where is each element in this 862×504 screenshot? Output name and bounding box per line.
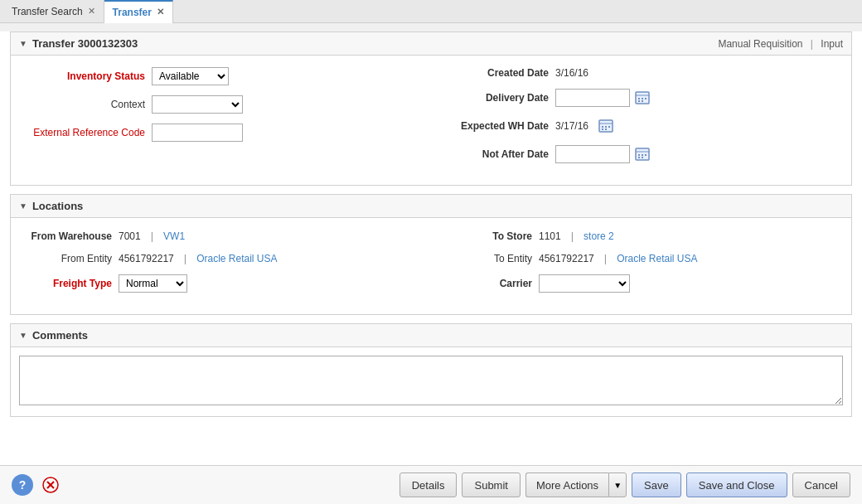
- to-entity-name[interactable]: Oracle Retail USA: [617, 253, 697, 264]
- expected-wh-cal-icon[interactable]: [597, 117, 615, 135]
- svg-rect-6: [642, 100, 643, 102]
- tab-transfer-search[interactable]: Transfer Search ✕: [3, 0, 104, 23]
- cancel-button[interactable]: Cancel: [792, 472, 850, 497]
- comments-body: [11, 347, 851, 416]
- expected-wh-text: 3/17/16: [555, 120, 588, 132]
- locations-collapse-triangle[interactable]: ▼: [19, 201, 27, 211]
- inventory-status-control: Available Unavailable: [152, 67, 229, 85]
- submit-button[interactable]: Submit: [462, 472, 520, 497]
- not-after-control: [555, 145, 651, 163]
- svg-rect-5: [638, 100, 640, 102]
- locations-title: Locations: [32, 200, 83, 212]
- context-control: [152, 95, 243, 114]
- delivery-date-cal-icon[interactable]: [633, 89, 651, 107]
- created-date-label: Created Date: [439, 67, 555, 79]
- context-row: Context: [19, 95, 423, 114]
- freight-type-control: Normal Express Overnight: [119, 274, 187, 293]
- tab-transfer-label: Transfer: [113, 7, 152, 18]
- to-store-value: 1101 | store 2: [539, 230, 614, 242]
- comments-collapse-triangle[interactable]: ▼: [19, 331, 27, 340]
- freight-type-label: Freight Type: [19, 278, 119, 289]
- save-close-button[interactable]: Save and Close: [686, 472, 787, 497]
- created-date-row: Created Date 3/16/16: [439, 67, 843, 79]
- carrier-label: Carrier: [439, 278, 539, 289]
- from-warehouse-label: From Warehouse: [19, 230, 119, 242]
- ext-ref-input[interactable]: [152, 124, 243, 142]
- from-warehouse-name[interactable]: VW1: [163, 230, 185, 242]
- locations-col-left: From Warehouse 7001 | VW1 From Entity 45…: [19, 230, 423, 303]
- expected-wh-label: Expected WH Date: [439, 120, 555, 132]
- svg-rect-20: [642, 157, 643, 158]
- svg-rect-11: [608, 126, 610, 128]
- comments-title: Comments: [32, 329, 88, 342]
- svg-rect-4: [645, 98, 646, 99]
- tab-transfer[interactable]: Transfer ✕: [104, 0, 173, 23]
- delivery-date-row: Delivery Date: [439, 89, 843, 107]
- save-button[interactable]: Save: [632, 472, 681, 497]
- input-label: Input: [821, 38, 843, 50]
- transfer-panel: ▼ Transfer 3000132303 Manual Requisition…: [10, 32, 852, 186]
- inventory-status-label: Inventory Status: [19, 70, 152, 82]
- transfer-header: ▼ Transfer 3000132303 Manual Requisition…: [11, 32, 851, 56]
- tab-transfer-search-label: Transfer Search: [12, 6, 83, 17]
- svg-rect-3: [642, 98, 643, 99]
- form-col-right: Created Date 3/16/16 Delivery Date: [439, 67, 843, 173]
- comments-textarea[interactable]: [19, 356, 843, 405]
- ext-ref-row: External Reference Code: [19, 124, 423, 142]
- collapse-triangle[interactable]: ▼: [19, 39, 27, 48]
- details-button[interactable]: Details: [400, 472, 458, 497]
- inventory-status-row: Inventory Status Available Unavailable: [19, 67, 423, 85]
- not-after-cal-icon[interactable]: [633, 145, 651, 163]
- locations-form-body: From Warehouse 7001 | VW1 From Entity 45…: [11, 218, 851, 314]
- svg-rect-13: [605, 128, 607, 130]
- manual-req-label: Manual Requisition: [718, 38, 802, 50]
- not-after-label: Not After Date: [439, 148, 555, 160]
- more-actions-button[interactable]: More Actions: [525, 472, 608, 497]
- from-entity-name[interactable]: Oracle Retail USA: [196, 253, 277, 264]
- tab-transfer-search-close[interactable]: ✕: [88, 6, 95, 17]
- svg-rect-10: [605, 126, 607, 128]
- te-pipe: |: [604, 252, 607, 264]
- delivery-date-input[interactable]: [555, 89, 630, 107]
- help-button[interactable]: ?: [12, 474, 33, 496]
- carrier-select[interactable]: Option1: [539, 274, 630, 293]
- freight-type-row: Freight Type Normal Express Overnight: [19, 274, 423, 293]
- from-warehouse-value: 7001 | VW1: [119, 230, 185, 242]
- footer: ? Details Submit More Actions ▼ Save Sav…: [0, 465, 862, 504]
- freight-type-select[interactable]: Normal Express Overnight: [119, 274, 187, 293]
- locations-header: ▼ Locations: [11, 195, 851, 218]
- main-content: ▼ Transfer 3000132303 Manual Requisition…: [0, 32, 862, 504]
- fw-pipe: |: [151, 230, 153, 242]
- inventory-status-select[interactable]: Available Unavailable: [152, 67, 229, 85]
- svg-rect-12: [602, 128, 603, 130]
- tab-bar: Transfer Search ✕ Transfer ✕: [0, 0, 862, 23]
- comments-panel: ▼ Comments: [10, 323, 852, 417]
- to-store-label: To Store: [439, 230, 539, 242]
- more-actions-dropdown[interactable]: ▼: [608, 472, 627, 497]
- to-store-row: To Store 1101 | store 2: [439, 230, 843, 242]
- locations-panel: ▼ Locations From Warehouse 7001 | VW1 Fr…: [10, 194, 852, 315]
- pipe-sep: |: [811, 38, 813, 50]
- not-after-input[interactable]: [555, 145, 630, 163]
- from-entity-label: From Entity: [19, 253, 119, 264]
- to-store-name[interactable]: store 2: [584, 230, 614, 242]
- transfer-form-body: Inventory Status Available Unavailable C…: [11, 56, 851, 185]
- manual-req-area: Manual Requisition | Input: [718, 38, 843, 50]
- svg-rect-2: [638, 98, 640, 99]
- from-entity-row: From Entity 4561792217 | Oracle Retail U…: [19, 252, 423, 264]
- comments-header: ▼ Comments: [11, 324, 851, 347]
- to-entity-row: To Entity 4561792217 | Oracle Retail USA: [439, 252, 843, 264]
- created-date-text: 3/16/16: [555, 67, 588, 79]
- from-warehouse-row: From Warehouse 7001 | VW1: [19, 230, 423, 242]
- to-entity-id: 4561792217: [539, 253, 594, 264]
- svg-rect-19: [638, 157, 640, 158]
- svg-rect-16: [638, 154, 640, 156]
- from-entity-id: 4561792217: [119, 253, 174, 264]
- context-select[interactable]: [152, 95, 243, 114]
- clear-button[interactable]: [40, 474, 61, 496]
- fe-pipe: |: [184, 252, 186, 264]
- more-actions-split-button: More Actions ▼: [525, 472, 627, 497]
- svg-rect-9: [602, 126, 603, 128]
- footer-left: ?: [12, 474, 395, 496]
- tab-transfer-close[interactable]: ✕: [157, 7, 164, 17]
